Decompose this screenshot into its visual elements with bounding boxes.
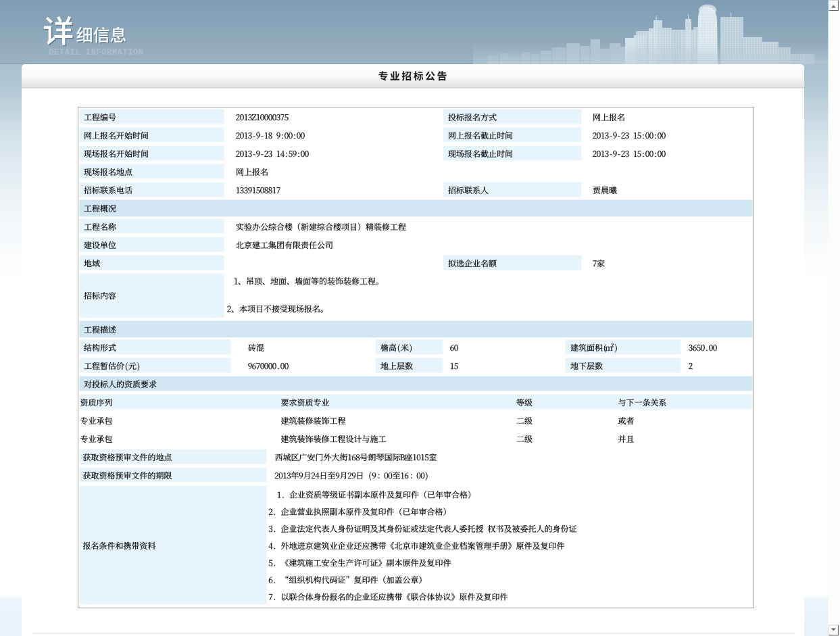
svg-text:DETAIL INFORMATION: DETAIL INFORMATION bbox=[49, 48, 143, 57]
